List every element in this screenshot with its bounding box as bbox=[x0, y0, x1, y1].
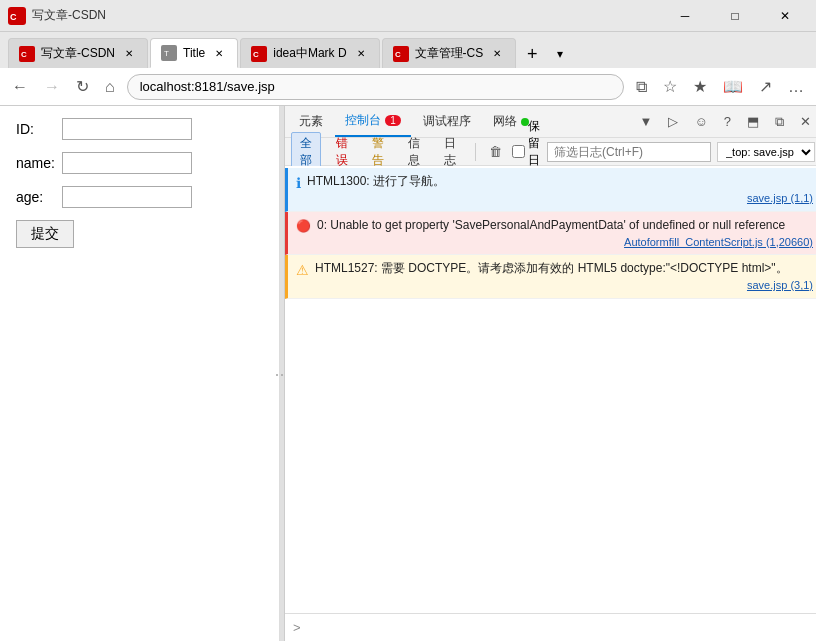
window-title: 写文章-CSDN bbox=[32, 7, 106, 24]
devtools-panel: 元素 控制台 1 调试程序 网络 ▼ ▷ ☺ ? ⬒ bbox=[284, 106, 816, 641]
devtools-dock-button[interactable]: ⬒ bbox=[741, 111, 765, 132]
share-icon[interactable]: ↗ bbox=[755, 73, 776, 100]
warn-msg-text: HTML1527: 需要 DOCTYPE。请考虑添加有效的 HTML5 doct… bbox=[315, 261, 788, 275]
warn-msg-source[interactable]: save.jsp (3,1) bbox=[315, 277, 813, 294]
console-msg-info: ℹ HTML1300: 进行了导航。 save.jsp (1,1) bbox=[285, 168, 816, 212]
devtools-expand-button[interactable]: ▷ bbox=[662, 111, 684, 132]
id-input[interactable] bbox=[62, 118, 192, 140]
bookmark-icon[interactable]: ☆ bbox=[659, 73, 681, 100]
console-filter-bar: 全部 错误 警告 信息 日志 🗑 保留日志 _top: save.jsp bbox=[285, 138, 816, 166]
console-prompt: > bbox=[285, 613, 816, 641]
console-messages: ℹ HTML1300: 进行了导航。 save.jsp (1,1) 🔴 0: U… bbox=[285, 166, 816, 613]
tab-idea[interactable]: C idea中Mark D ✕ bbox=[240, 38, 379, 68]
tab-title[interactable]: T Title ✕ bbox=[150, 38, 238, 68]
id-row: ID: bbox=[16, 118, 263, 140]
svg-text:C: C bbox=[21, 50, 27, 59]
refresh-button[interactable]: ↻ bbox=[72, 73, 93, 100]
age-row: age: bbox=[16, 186, 263, 208]
tabs-row: C 写文章-CSDN ✕ T Title ✕ C idea中Mark D ✕ C bbox=[0, 32, 816, 68]
tab2-favicon: T bbox=[161, 45, 177, 61]
tab4-favicon: C bbox=[393, 46, 409, 62]
address-bar: ← → ↻ ⌂ ⧉ ☆ ★ 📖 ↗ … bbox=[0, 68, 816, 106]
name-row: name: bbox=[16, 152, 263, 174]
favorites-icon[interactable]: ★ bbox=[689, 73, 711, 100]
title-bar-left: C 写文章-CSDN bbox=[8, 7, 106, 25]
console-msg-error: 🔴 0: Unable to get property 'SavePersona… bbox=[285, 212, 816, 256]
main-area: ID: name: age: 提交 ⋮ 元素 bbox=[0, 106, 816, 641]
info-msg-body: HTML1300: 进行了导航。 save.jsp (1,1) bbox=[307, 172, 813, 207]
error-msg-text: 0: Unable to get property 'SavePersonalA… bbox=[317, 218, 785, 232]
prompt-arrow-icon: > bbox=[293, 620, 301, 635]
id-label: ID: bbox=[16, 121, 56, 137]
new-tab-button[interactable]: + bbox=[518, 40, 546, 68]
tab4-close[interactable]: ✕ bbox=[489, 46, 505, 62]
tab-overflow-button[interactable]: ▾ bbox=[546, 40, 574, 68]
svg-text:C: C bbox=[10, 12, 17, 22]
name-input[interactable] bbox=[62, 152, 192, 174]
tab1-title: 写文章-CSDN bbox=[41, 45, 115, 62]
info-icon: ℹ bbox=[296, 173, 301, 194]
error-msg-body: 0: Unable to get property 'SavePersonalA… bbox=[317, 216, 813, 251]
console-input[interactable] bbox=[307, 621, 813, 635]
info-msg-source[interactable]: save.jsp (1,1) bbox=[307, 190, 813, 207]
forward-button[interactable]: → bbox=[40, 74, 64, 100]
devtools-controls: ▼ ▷ ☺ ? ⬒ ⧉ ✕ bbox=[634, 111, 816, 133]
tab-article[interactable]: C 写文章-CSDN ✕ bbox=[8, 38, 148, 68]
svg-text:C: C bbox=[253, 50, 259, 59]
page-content: ID: name: age: 提交 bbox=[0, 106, 280, 641]
submit-button[interactable]: 提交 bbox=[16, 220, 74, 248]
warn-icon: ⚠ bbox=[296, 260, 309, 281]
devtools-emoji-button[interactable]: ☺ bbox=[688, 111, 713, 132]
age-input[interactable] bbox=[62, 186, 192, 208]
name-label: name: bbox=[16, 155, 56, 171]
tab-manage[interactable]: C 文章管理-CS ✕ bbox=[382, 38, 517, 68]
browser-favicon: C bbox=[8, 7, 26, 25]
target-select[interactable]: _top: save.jsp bbox=[717, 142, 815, 162]
console-msg-warn: ⚠ HTML1527: 需要 DOCTYPE。请考虑添加有效的 HTML5 do… bbox=[285, 255, 816, 299]
back-button[interactable]: ← bbox=[8, 74, 32, 100]
toolbar-icons: ⧉ ☆ ★ 📖 ↗ … bbox=[632, 73, 808, 100]
error-icon: 🔴 bbox=[296, 217, 311, 235]
warn-msg-body: HTML1527: 需要 DOCTYPE。请考虑添加有效的 HTML5 doct… bbox=[315, 259, 813, 294]
home-button[interactable]: ⌂ bbox=[101, 74, 119, 100]
info-msg-text: HTML1300: 进行了导航。 bbox=[307, 174, 445, 188]
more-icon[interactable]: … bbox=[784, 74, 808, 100]
tab3-close[interactable]: ✕ bbox=[353, 46, 369, 62]
maximize-button[interactable]: □ bbox=[712, 0, 758, 32]
url-input[interactable] bbox=[127, 74, 624, 100]
tab3-favicon: C bbox=[251, 46, 267, 62]
close-button[interactable]: ✕ bbox=[762, 0, 808, 32]
submit-row: 提交 bbox=[16, 220, 263, 248]
tab1-favicon: C bbox=[19, 46, 35, 62]
reading-icon[interactable]: 📖 bbox=[719, 73, 747, 100]
title-bar: C 写文章-CSDN ─ □ ✕ bbox=[0, 0, 816, 32]
tab2-title: Title bbox=[183, 46, 205, 60]
svg-text:T: T bbox=[164, 49, 169, 58]
svg-text:C: C bbox=[395, 50, 401, 59]
tab3-title: idea中Mark D bbox=[273, 45, 346, 62]
tab4-title: 文章管理-CS bbox=[415, 45, 484, 62]
devtools-more-button[interactable]: ▼ bbox=[634, 111, 659, 132]
error-msg-source[interactable]: Autoformfill_ContentScript.js (1,20660) bbox=[317, 234, 813, 251]
filter-input[interactable] bbox=[547, 142, 711, 162]
tab2-close[interactable]: ✕ bbox=[211, 45, 227, 61]
window-controls: ─ □ ✕ bbox=[662, 0, 808, 32]
devtools-close-button[interactable]: ✕ bbox=[794, 111, 816, 132]
console-error-badge: 1 bbox=[385, 115, 401, 126]
preserve-log-checkbox[interactable] bbox=[512, 145, 525, 158]
devtools-detach-button[interactable]: ⧉ bbox=[769, 111, 790, 133]
tab1-close[interactable]: ✕ bbox=[121, 46, 137, 62]
clear-console-button[interactable]: 🗑 bbox=[485, 142, 506, 161]
browser-window: C 写文章-CSDN ─ □ ✕ C 写文章-CSDN ✕ T Title ✕ bbox=[0, 0, 816, 641]
devtools-help-button[interactable]: ? bbox=[718, 111, 737, 132]
age-label: age: bbox=[16, 189, 56, 205]
minimize-button[interactable]: ─ bbox=[662, 0, 708, 32]
split-view-icon[interactable]: ⧉ bbox=[632, 74, 651, 100]
